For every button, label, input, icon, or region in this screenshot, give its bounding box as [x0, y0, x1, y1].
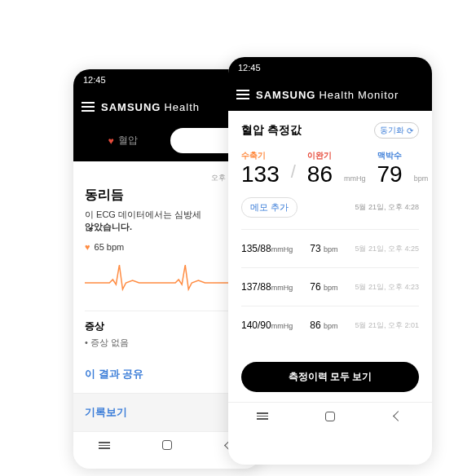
menu-icon[interactable] [236, 90, 249, 99]
card-timestamp: 오후 7:27에 [85, 173, 249, 183]
sync-icon: ⟳ [407, 126, 413, 135]
history-bp: 140/90mmHg [241, 320, 293, 331]
history-pulse: 73 bpm [310, 243, 337, 254]
bp-unit: mmHg [344, 174, 366, 183]
add-memo-button[interactable]: 메모 추가 [241, 197, 298, 218]
nav-recent-icon[interactable] [98, 439, 111, 452]
history-list: 135/88mmHg 73 bpm 5월 21일, 오후 4:25 137/88… [241, 229, 419, 344]
android-navbar [228, 402, 432, 430]
status-icons [417, 63, 422, 73]
pulse-value: 79 [377, 163, 403, 186]
bpm-row: ♥ 65 bpm [85, 242, 249, 252]
app-title-light: Health [164, 101, 200, 113]
app-title: SAMSUNG Health Monitor [256, 89, 399, 101]
status-time: 12:45 [238, 63, 261, 73]
status-time: 12:45 [83, 75, 106, 85]
nav-back-icon[interactable] [391, 410, 404, 423]
app-title-bold: SAMSUNG [256, 89, 315, 101]
content-header: 혈압 측정값 동기화 ⟳ [241, 122, 419, 139]
heart-icon: ♥ [108, 135, 113, 147]
app-title-light: Health [319, 89, 355, 101]
nav-recent-icon[interactable] [256, 410, 269, 423]
history-item[interactable]: 140/90mmHg 86 bpm 5월 21일, 오후 2:01 [241, 306, 419, 344]
ecg-chart [85, 258, 249, 299]
reading-separator: / [291, 161, 296, 183]
sync-label: 동기화 [380, 125, 404, 136]
systolic-value: 133 [241, 163, 280, 186]
systolic-label: 수축기 [241, 150, 280, 161]
history-pulse: 76 bpm [310, 281, 337, 293]
history-time: 5월 21일, 오후 4:25 [355, 244, 419, 254]
diastolic-label: 이완기 [307, 150, 333, 161]
diastolic-col: 이완기 86 [307, 150, 333, 186]
symptoms-section: 증상 • 증상 없음 [85, 311, 249, 349]
tab-bp-label: 혈압 [118, 134, 138, 148]
nav-home-icon[interactable] [161, 439, 174, 452]
history-item[interactable]: 135/88mmHg 73 bpm 5월 21일, 오후 4:25 [241, 229, 419, 267]
pulse-unit: bpm [414, 174, 429, 183]
app-title-monitor: Monitor [358, 89, 399, 101]
nav-home-icon[interactable] [324, 410, 337, 423]
history-time: 5월 21일, 오후 2:01 [355, 320, 419, 331]
history-bp: 137/88mmHg [241, 281, 293, 293]
view-all-history-button[interactable]: 측정이력 모두 보기 [241, 362, 419, 392]
appbar: SAMSUNG Health Monitor [228, 78, 432, 111]
bpm-value: 65 bpm [95, 242, 125, 252]
main-reading: 수축기 133 / 이완기 86 mmHg 맥박수 79 bpm [241, 150, 419, 186]
app-title: SAMSUNG Health [101, 101, 200, 113]
systolic-col: 수축기 133 [241, 150, 280, 186]
history-bp: 135/88mmHg [241, 243, 293, 254]
diastolic-value: 86 [307, 163, 333, 186]
app-title-bold: SAMSUNG [101, 101, 161, 113]
statusbar: 12:45 [228, 57, 432, 78]
pulse-col: 맥박수 79 [377, 150, 403, 186]
sync-button[interactable]: 동기화 ⟳ [374, 122, 419, 139]
history-time: 5월 21일, 오후 4:23 [355, 282, 419, 293]
phone-right-bp: 12:45 SAMSUNG Health Monitor 혈압 측정값 동기화 … [228, 57, 432, 465]
heart-icon: ♥ [85, 242, 90, 252]
bp-content: 혈압 측정값 동기화 ⟳ 수축기 133 / 이완기 86 mmHg 맥박수 7… [228, 111, 432, 355]
menu-icon[interactable] [82, 102, 95, 112]
pulse-label: 맥박수 [377, 150, 403, 161]
symptoms-value: • 증상 없음 [85, 337, 249, 349]
symptoms-label: 증상 [85, 320, 249, 333]
memo-row: 메모 추가 5월 21일, 오후 4:28 [241, 197, 419, 218]
section-title: 혈압 측정값 [241, 123, 302, 138]
card-description: 이 ECG 데이터에서는 심방세 않았습니다. [85, 209, 249, 234]
history-pulse: 86 bpm [310, 320, 337, 331]
history-item[interactable]: 137/88mmHg 76 bpm 5월 21일, 오후 4:23 [241, 267, 419, 306]
tab-bp[interactable]: ♥ 혈압 [82, 128, 164, 153]
memo-timestamp: 5월 21일, 오후 4:28 [355, 202, 419, 213]
card-title: 동리듬 [85, 187, 249, 204]
